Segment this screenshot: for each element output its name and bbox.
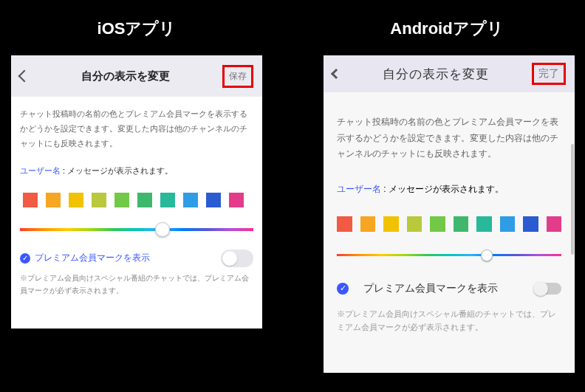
color-swatch[interactable] [229, 193, 244, 207]
ios-screen: 自分の表示を変更 保存 チャット投稿時の名前の色とプレミアム会員マークを表示する… [11, 55, 262, 329]
done-button-highlight: 完了 [532, 63, 566, 85]
username-label: ユーザー名 [337, 184, 381, 194]
premium-mark-row: ✓ プレミアム会員マークを表示 [20, 252, 253, 264]
save-button-highlight: 保存 [222, 65, 253, 88]
color-swatch[interactable] [523, 216, 538, 232]
color-swatch[interactable] [383, 216, 399, 232]
android-heading: Androidアプリ [362, 18, 532, 40]
slider-thumb[interactable] [481, 250, 493, 261]
color-swatch[interactable] [23, 193, 38, 207]
color-swatch[interactable] [547, 216, 562, 232]
ios-header: 自分の表示を変更 保存 [11, 55, 262, 97]
ios-heading: iOSアプリ [74, 18, 199, 40]
color-swatch[interactable] [454, 216, 469, 232]
premium-label: プレミアム会員マークを表示 [35, 252, 150, 264]
description-text: チャット投稿時の名前の色とプレミアム会員マークを表示するかどうかを設定できます。… [337, 114, 561, 162]
chevron-left-icon [331, 69, 341, 79]
back-button[interactable] [332, 70, 340, 78]
page-title: 自分の表示を変更 [383, 66, 489, 83]
slider-track [20, 228, 253, 231]
username-preview: ユーザー名 : メッセージが表示されます。 [337, 183, 561, 196]
premium-label: プレミアム会員マークを表示 [363, 282, 498, 295]
premium-note: ※プレミアム会員向けスペシャル番組のチャットでは、プレミアム会員マークが必ず表示… [337, 307, 561, 334]
color-swatch[interactable] [114, 193, 129, 207]
color-swatch[interactable] [46, 193, 61, 207]
username-label: ユーザー名 [20, 166, 61, 175]
android-screen: 自分の表示を変更 完了 チャット投稿時の名前の色とプレミアム会員マークを表示する… [324, 55, 575, 373]
color-swatch[interactable] [430, 216, 445, 232]
color-swatch[interactable] [360, 216, 376, 232]
username-preview: ユーザー名 : メッセージが表示されます。 [20, 165, 253, 176]
slider-thumb[interactable] [155, 222, 170, 237]
done-button[interactable]: 完了 [538, 67, 559, 80]
page-title: 自分の表示を変更 [81, 69, 170, 83]
color-slider[interactable] [20, 221, 253, 238]
toggle-knob [533, 281, 548, 296]
color-slider[interactable] [337, 248, 561, 263]
color-swatches [20, 193, 253, 207]
color-swatch[interactable] [476, 216, 492, 232]
color-swatch[interactable] [407, 216, 422, 232]
check-icon: ✓ [337, 283, 349, 295]
color-swatch[interactable] [206, 193, 221, 207]
premium-mark-row: ✓ プレミアム会員マークを表示 [337, 282, 561, 295]
chevron-left-icon [18, 70, 31, 83]
slider-track [337, 254, 561, 256]
save-button[interactable]: 保存 [229, 70, 247, 83]
color-swatches [337, 216, 561, 232]
separator: : [381, 184, 389, 194]
message-preview: メッセージが表示されます。 [67, 166, 173, 175]
color-swatch[interactable] [160, 193, 175, 207]
color-swatch[interactable] [183, 193, 198, 207]
description-text: チャット投稿時の名前の色とプレミアム会員マークを表示するかどうかを設定できます。… [20, 107, 253, 151]
scrollbar[interactable] [571, 144, 574, 255]
toggle-knob [222, 251, 237, 266]
message-preview: メッセージが表示されます。 [389, 184, 504, 194]
android-header: 自分の表示を変更 完了 [324, 55, 575, 92]
separator: : [61, 166, 67, 175]
color-swatch[interactable] [337, 216, 352, 232]
premium-toggle[interactable] [535, 283, 561, 295]
back-button[interactable] [20, 72, 29, 80]
color-swatch[interactable] [137, 193, 152, 207]
color-swatch[interactable] [69, 193, 83, 207]
color-swatch[interactable] [92, 193, 106, 207]
premium-note: ※プレミアム会員向けスペシャル番組のチャットでは、プレミアム会員マークが必ず表示… [20, 272, 253, 297]
check-icon: ✓ [20, 253, 30, 264]
premium-toggle[interactable] [221, 250, 253, 267]
ios-body: チャット投稿時の名前の色とプレミアム会員マークを表示するかどうかを設定できます。… [11, 97, 262, 329]
color-swatch[interactable] [500, 216, 516, 232]
android-body: チャット投稿時の名前の色とプレミアム会員マークを表示するかどうかを設定できます。… [324, 92, 575, 373]
